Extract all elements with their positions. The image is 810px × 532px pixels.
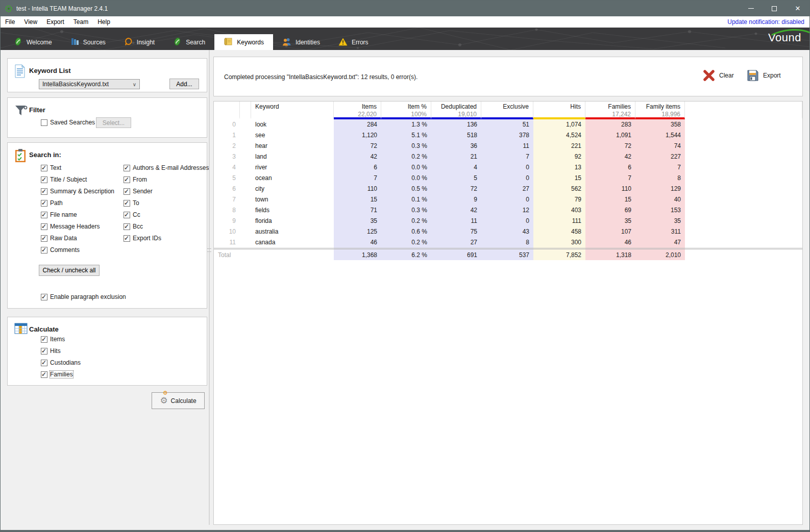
checkbox[interactable]: [41, 223, 47, 230]
maximize-button[interactable]: [763, 1, 786, 16]
value-cell[interactable]: 227: [635, 151, 685, 162]
value-cell[interactable]: 9: [431, 194, 481, 205]
value-cell[interactable]: 403: [533, 205, 585, 216]
value-cell[interactable]: 0.2 %: [381, 216, 431, 226]
checkbox[interactable]: [41, 348, 47, 354]
check-uncheck-all-button[interactable]: Check / uncheck all: [39, 265, 100, 276]
searchin-to[interactable]: To: [124, 199, 139, 207]
value-cell[interactable]: 42: [585, 151, 635, 162]
minimize-button[interactable]: [739, 1, 763, 16]
value-cell[interactable]: 21: [431, 151, 481, 162]
select-button[interactable]: Select...: [96, 117, 131, 128]
value-cell[interactable]: 107: [585, 226, 635, 237]
value-cell[interactable]: 378: [481, 130, 533, 141]
checkbox[interactable]: [41, 212, 47, 218]
value-cell[interactable]: 43: [481, 226, 533, 237]
update-notification-link[interactable]: Update notification: disabled: [727, 18, 804, 26]
checkbox[interactable]: [41, 165, 47, 171]
value-cell[interactable]: 5.1 %: [381, 130, 431, 141]
header-filler-cell[interactable]: [685, 102, 802, 119]
tab-welcome[interactable]: Welcome: [5, 35, 61, 50]
value-cell[interactable]: 13: [533, 162, 585, 173]
add-button[interactable]: Add...: [169, 79, 199, 89]
keyword-cell[interactable]: town: [251, 194, 334, 205]
tab-sources[interactable]: Sources: [61, 35, 115, 50]
value-cell[interactable]: 4: [431, 162, 481, 173]
value-cell[interactable]: 69: [585, 205, 635, 216]
keyword-cell[interactable]: land: [251, 151, 334, 162]
checkbox[interactable]: [41, 360, 47, 366]
value-cell[interactable]: 35: [585, 216, 635, 226]
value-cell[interactable]: 129: [635, 184, 685, 194]
value-cell[interactable]: 1.3 %: [381, 119, 431, 130]
searchin-title-subject[interactable]: Title / Subject: [41, 176, 87, 183]
keyword-cell[interactable]: canada: [251, 237, 334, 248]
value-cell[interactable]: 284: [334, 119, 381, 130]
value-cell[interactable]: 518: [431, 130, 481, 141]
value-cell[interactable]: 46: [334, 237, 381, 248]
value-cell[interactable]: 125: [334, 226, 381, 237]
checkbox[interactable]: [124, 200, 130, 207]
value-cell[interactable]: 46: [585, 237, 635, 248]
value-cell[interactable]: 6: [585, 162, 635, 173]
value-cell[interactable]: 40: [635, 194, 685, 205]
value-cell[interactable]: 5: [431, 173, 481, 184]
value-cell[interactable]: 0.6 %: [381, 226, 431, 237]
calculate-button[interactable]: ⚙ ⚙ Calculate: [152, 392, 205, 409]
saved-searches-checkbox[interactable]: Saved Searches: [41, 119, 95, 126]
value-cell[interactable]: 0: [481, 216, 533, 226]
value-cell[interactable]: 36: [431, 141, 481, 151]
value-cell[interactable]: 0: [481, 194, 533, 205]
value-cell[interactable]: 0.3 %: [381, 205, 431, 216]
checkbox[interactable]: [41, 247, 47, 254]
checkbox[interactable]: [124, 235, 130, 242]
keyword-cell[interactable]: river: [251, 162, 334, 173]
value-cell[interactable]: 92: [533, 151, 585, 162]
value-cell[interactable]: 0.2 %: [381, 151, 431, 162]
value-cell[interactable]: 0.5 %: [381, 184, 431, 194]
value-cell[interactable]: 75: [431, 226, 481, 237]
value-cell[interactable]: 1,544: [635, 130, 685, 141]
checkbox[interactable]: [41, 371, 47, 378]
column-header-deduplicated[interactable]: Deduplicated19,010: [431, 102, 481, 119]
value-cell[interactable]: 562: [533, 184, 585, 194]
value-cell[interactable]: 8: [481, 237, 533, 248]
keyword-cell[interactable]: fields: [251, 205, 334, 216]
keyword-cell[interactable]: see: [251, 130, 334, 141]
tab-identities[interactable]: Identities: [273, 35, 329, 50]
column-header-keyword[interactable]: Keyword: [251, 102, 334, 119]
checkbox[interactable]: [41, 200, 47, 207]
value-cell[interactable]: 7: [585, 173, 635, 184]
value-cell[interactable]: 42: [431, 205, 481, 216]
value-cell[interactable]: 0.1 %: [381, 194, 431, 205]
value-cell[interactable]: 7: [635, 162, 685, 173]
searchin-comments[interactable]: Comments: [41, 246, 80, 254]
value-cell[interactable]: 47: [635, 237, 685, 248]
value-cell[interactable]: 79: [533, 194, 585, 205]
searchin-authors-e-mail-addresses[interactable]: Authors & E-mail Addresses: [124, 164, 209, 171]
searchin-raw-data[interactable]: Raw Data: [41, 235, 77, 242]
value-cell[interactable]: 0.3 %: [381, 141, 431, 151]
value-cell[interactable]: 72: [431, 184, 481, 194]
value-cell[interactable]: 221: [533, 141, 585, 151]
sidebar-splitter[interactable]: [209, 50, 210, 525]
value-cell[interactable]: 12: [481, 205, 533, 216]
value-cell[interactable]: 72: [334, 141, 381, 151]
value-cell[interactable]: 111: [533, 216, 585, 226]
menu-file[interactable]: File: [1, 16, 19, 28]
value-cell[interactable]: 7: [334, 173, 381, 184]
value-cell[interactable]: 27: [481, 184, 533, 194]
menu-help[interactable]: Help: [93, 16, 115, 28]
checkbox[interactable]: [124, 212, 130, 218]
value-cell[interactable]: 153: [635, 205, 685, 216]
tab-errors[interactable]: Errors: [329, 35, 378, 50]
column-header-families[interactable]: Families17,242: [585, 102, 635, 119]
keyword-cell[interactable]: look: [251, 119, 334, 130]
value-cell[interactable]: 283: [585, 119, 635, 130]
calc-option-hits[interactable]: Hits: [41, 347, 61, 354]
enable-paragraph-exclusion-checkbox[interactable]: Enable paragraph exclusion: [41, 293, 126, 300]
header-rownum-cell[interactable]: [214, 102, 240, 119]
value-cell[interactable]: 72: [585, 141, 635, 151]
value-cell[interactable]: 15: [585, 194, 635, 205]
value-cell[interactable]: 4,524: [533, 130, 585, 141]
